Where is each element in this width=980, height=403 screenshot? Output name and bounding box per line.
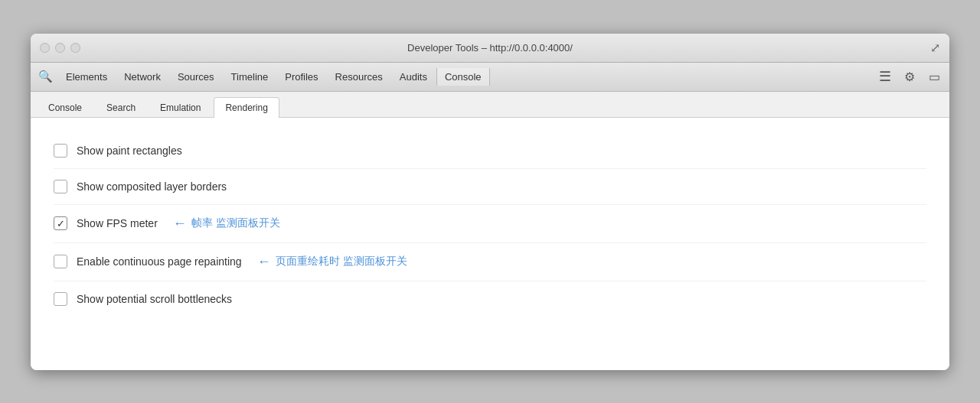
toolbar-elements[interactable]: Elements	[58, 68, 115, 86]
search-icon[interactable]: 🔍	[37, 68, 54, 85]
toolbar-timeline[interactable]: Timeline	[224, 68, 276, 86]
title-bar: Developer Tools – http://0.0.0.0:4000/ ⤢	[31, 34, 949, 63]
main-toolbar: 🔍 Elements Network Sources Timeline Prof…	[31, 63, 949, 92]
checkbox-scroll[interactable]	[54, 292, 67, 306]
checkbox-continuous[interactable]	[54, 255, 67, 268]
checkbox-show-composited[interactable]	[54, 180, 67, 193]
toolbar-audits[interactable]: Audits	[392, 68, 435, 86]
checkmark-fps: ✓	[57, 219, 65, 229]
annotation-continuous: ← 页面重绘耗时 监测面板开关	[257, 254, 407, 270]
checkbox-row-continuous: Enable continuous page repainting ← 页面重绘…	[54, 243, 926, 281]
label-continuous: Enable continuous page repainting	[77, 255, 242, 268]
toolbar-resources[interactable]: Resources	[328, 68, 390, 86]
traffic-lights	[40, 43, 80, 53]
tab-rendering[interactable]: Rendering	[214, 97, 279, 118]
checkbox-show-fps[interactable]: ✓	[54, 216, 67, 230]
title-bar-right: ⤢	[930, 41, 940, 55]
checkbox-row-fps: ✓ Show FPS meter ← 帧率 监测面板开关	[54, 205, 926, 243]
toolbar-profiles[interactable]: Profiles	[277, 68, 325, 86]
expand-icon[interactable]: ⤢	[930, 41, 940, 55]
arrow-continuous-icon: ←	[257, 254, 271, 270]
close-button[interactable]	[40, 43, 50, 53]
annotation-fps-text: 帧率 监测面板开关	[191, 216, 280, 230]
toolbar-network[interactable]: Network	[116, 68, 168, 86]
sub-tabs-bar: Console Search Emulation Rendering	[31, 92, 949, 118]
label-show-composited: Show composited layer borders	[77, 180, 227, 193]
devtools-window: Developer Tools – http://0.0.0.0:4000/ ⤢…	[31, 34, 949, 370]
minimize-button[interactable]	[55, 43, 65, 53]
tab-search[interactable]: Search	[95, 97, 147, 118]
settings-icon[interactable]: ⚙	[900, 67, 919, 86]
label-show-paint: Show paint rectangles	[77, 145, 182, 157]
toolbar-console[interactable]: Console	[436, 68, 490, 86]
annotation-continuous-text: 页面重绘耗时 监测面板开关	[276, 255, 407, 268]
tab-console[interactable]: Console	[37, 97, 93, 118]
toolbar-right: ☰ ⚙ ▭	[876, 67, 943, 86]
maximize-button[interactable]	[70, 43, 80, 53]
annotation-fps: ← 帧率 监测面板开关	[173, 216, 280, 232]
window-title: Developer Tools – http://0.0.0.0:4000/	[407, 42, 573, 54]
checkbox-row-composited: Show composited layer borders	[54, 169, 926, 205]
execute-icon[interactable]: ☰	[876, 67, 894, 86]
content-area: Show paint rectangles Show composited la…	[31, 118, 949, 370]
checkbox-row-scroll: Show potential scroll bottlenecks	[54, 281, 926, 317]
arrow-fps-icon: ←	[173, 216, 187, 232]
checkbox-row-paint: Show paint rectangles	[54, 133, 926, 169]
tab-emulation[interactable]: Emulation	[149, 97, 212, 118]
toolbar-sources[interactable]: Sources	[170, 68, 222, 86]
label-show-fps: Show FPS meter	[77, 217, 158, 229]
dock-icon[interactable]: ▭	[925, 67, 943, 86]
checkbox-show-paint[interactable]	[54, 144, 67, 158]
label-scroll: Show potential scroll bottlenecks	[77, 293, 232, 305]
